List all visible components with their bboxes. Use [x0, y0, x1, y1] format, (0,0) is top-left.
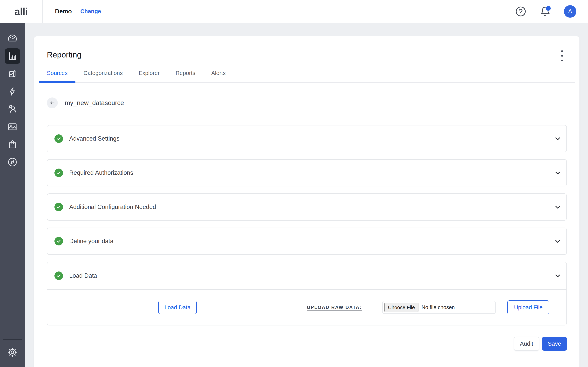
- sidebar-item-audiences[interactable]: [5, 101, 20, 117]
- section-load-data-header[interactable]: Load Data: [47, 262, 566, 289]
- sidebar-item-tasks[interactable]: [5, 66, 20, 82]
- main-content: Reporting Sources Categorizations Explor…: [25, 23, 588, 367]
- section-load-data: Load Data Load Data UPLOAD RAW DATA: Cho…: [47, 262, 567, 325]
- sidebar-item-dashboard[interactable]: [5, 31, 20, 46]
- image-icon: [7, 122, 18, 132]
- lightning-bolt-icon: [7, 86, 18, 97]
- card-menu-button[interactable]: [557, 49, 567, 62]
- clipboard-check-icon: [7, 68, 18, 79]
- sidebar-item-creative[interactable]: [5, 119, 20, 134]
- back-button[interactable]: [47, 98, 58, 108]
- change-workspace-link[interactable]: Change: [80, 8, 101, 15]
- avatar-initial: A: [568, 8, 572, 15]
- chevron-down-icon[interactable]: [554, 272, 562, 280]
- tab-sources[interactable]: Sources: [39, 69, 76, 82]
- sidebar-item-actions[interactable]: [5, 84, 20, 99]
- datasource-name: my_new_datasource: [65, 99, 124, 107]
- section-label: Required Authorizations: [69, 169, 133, 176]
- choose-file-button[interactable]: Choose File: [384, 303, 418, 312]
- load-data-button[interactable]: Load Data: [158, 301, 197, 314]
- section-label: Define your data: [69, 238, 113, 245]
- section-required-authorizations-header[interactable]: Required Authorizations: [47, 160, 566, 186]
- tab-reports[interactable]: Reports: [168, 69, 203, 82]
- check-circle-icon: [54, 134, 63, 143]
- section-label: Load Data: [69, 272, 97, 279]
- sidebar: [0, 23, 25, 367]
- tab-explorer[interactable]: Explorer: [131, 69, 168, 82]
- section-additional-configuration-header[interactable]: Additional Configuration Needed: [47, 194, 566, 220]
- section-advanced-settings: Advanced Settings: [47, 125, 567, 152]
- shopping-bag-icon: [7, 139, 18, 150]
- section-additional-configuration: Additional Configuration Needed: [47, 193, 567, 221]
- sidebar-item-reporting[interactable]: [5, 48, 20, 64]
- notifications-button[interactable]: [539, 6, 551, 17]
- bar-chart-icon: [7, 51, 18, 61]
- sidebar-item-settings[interactable]: [5, 344, 20, 360]
- audit-button[interactable]: Audit: [514, 337, 539, 351]
- topbar: alli Demo Change A: [0, 0, 588, 23]
- reporting-card: Reporting Sources Categorizations Explor…: [34, 36, 579, 367]
- file-chosen-status: No file chosen: [422, 304, 455, 310]
- help-button[interactable]: [515, 6, 527, 17]
- chevron-down-icon[interactable]: [554, 237, 562, 245]
- app-logo[interactable]: alli: [0, 0, 43, 23]
- sidebar-item-explore[interactable]: [5, 154, 20, 170]
- load-data-panel: Load Data UPLOAD RAW DATA: Choose File N…: [47, 289, 566, 325]
- upload-file-button[interactable]: Upload File: [507, 300, 549, 314]
- app-logo-text: alli: [14, 6, 28, 17]
- chevron-down-icon[interactable]: [554, 135, 562, 142]
- section-define-your-data-header[interactable]: Define your data: [47, 228, 566, 254]
- check-circle-icon: [54, 237, 63, 245]
- section-advanced-settings-header[interactable]: Advanced Settings: [47, 125, 566, 152]
- kebab-icon: [561, 50, 563, 52]
- chevron-down-icon[interactable]: [554, 169, 562, 177]
- notification-badge: [546, 6, 551, 11]
- section-label: Additional Configuration Needed: [69, 203, 156, 210]
- save-button[interactable]: Save: [542, 337, 567, 351]
- dashboard-gauge-icon: [7, 33, 18, 44]
- users-icon: [7, 104, 18, 114]
- settings-gear-icon: [7, 347, 17, 357]
- check-circle-icon: [54, 203, 63, 211]
- chevron-down-icon[interactable]: [554, 203, 562, 211]
- reporting-tabs: Sources Categorizations Explorer Reports…: [39, 69, 575, 83]
- section-define-your-data: Define your data: [47, 228, 567, 255]
- file-input[interactable]: Choose File No file chosen: [382, 301, 496, 314]
- page-title: Reporting: [47, 49, 81, 60]
- section-required-authorizations: Required Authorizations: [47, 159, 567, 186]
- avatar[interactable]: A: [564, 5, 576, 18]
- tab-alerts[interactable]: Alerts: [203, 69, 233, 82]
- upload-raw-data-label: UPLOAD RAW DATA:: [307, 305, 362, 310]
- check-circle-icon: [54, 271, 63, 280]
- sidebar-divider: [3, 339, 22, 340]
- section-label: Advanced Settings: [69, 135, 120, 142]
- help-icon: [515, 6, 526, 17]
- check-circle-icon: [54, 168, 63, 177]
- back-arrow-icon: [49, 100, 55, 106]
- sidebar-item-shop[interactable]: [5, 137, 20, 152]
- compass-icon: [7, 157, 18, 167]
- tab-categorizations[interactable]: Categorizations: [76, 69, 131, 82]
- workspace-name: Demo: [55, 8, 72, 15]
